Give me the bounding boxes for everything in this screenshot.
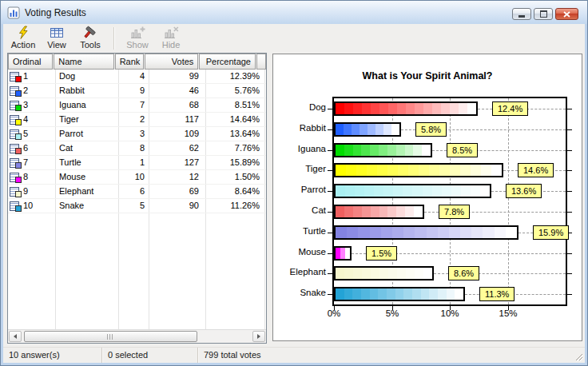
cell-percentage: 7.76% [205,141,264,155]
table-row[interactable]: 10Snake59011.26% [8,199,266,213]
maximize-icon [540,10,547,18]
status-selected: 0 selected [102,348,198,363]
bar-chart-icon [7,6,20,19]
table-row[interactable]: 9Elephant6698.64% [8,185,266,199]
cell-rank: 10 [118,170,149,184]
value-label-box: 11.3% [479,287,514,301]
table-row[interactable]: 3Iguana7688.51% [8,98,266,113]
show-button[interactable]: Show [121,24,154,52]
scroll-right-button[interactable] [252,331,265,342]
chart-bar [334,205,424,219]
cell-rank: 8 [118,141,149,155]
action-label: Action [11,40,36,50]
scroll-left-button[interactable] [9,331,22,342]
y-axis-tick [328,233,332,233]
chart-add-icon [129,26,145,40]
y-axis-tick-right [567,129,572,130]
window-title: Voting Results [25,7,86,18]
column-header-ordinal[interactable]: Ordinal [8,54,53,70]
cell-rank: 6 [118,185,149,198]
view-button[interactable]: View [40,24,74,52]
app-window: Voting Results Action [0,0,588,366]
category-label: Parrot [273,185,326,194]
table-row[interactable]: 8Mouse10121.50% [8,170,266,185]
ordinal-value: 10 [23,199,33,213]
y-axis-tick-right [567,273,572,274]
column-header-rank[interactable]: Rank [115,54,144,70]
cell-name: Elephant [55,185,118,198]
y-axis-tick [328,294,332,295]
answer-icon [10,157,22,169]
x-tick-label: 15% [491,308,526,318]
category-label: Tiger [273,164,326,173]
status-total-votes: 799 total votes [198,348,585,363]
horizontal-scrollbar[interactable] [8,329,266,343]
titlebar[interactable]: Voting Results [1,1,587,24]
column-header-percentage[interactable]: Percentage [199,54,256,70]
answer-color-swatch [15,162,22,169]
cell-rank: 7 [118,98,149,112]
answer-icon [10,86,22,97]
scroll-right-icon [257,334,260,339]
table-icon [50,26,64,40]
y-axis-tick [328,129,332,130]
scrollbar-thumb[interactable] [24,331,197,342]
category-label: Dog [273,102,326,112]
chart-bar [334,101,478,116]
y-axis-tick-right [567,191,572,192]
cell-rank: 9 [118,84,149,97]
cell-rank: 3 [118,127,149,141]
y-axis-tick-right [567,253,572,254]
cell-rank: 5 [118,199,149,213]
table-row[interactable]: 6Cat8627.76% [8,141,266,156]
chart-bar [334,143,432,157]
cell-ordinal: 9 [8,185,55,198]
y-axis-tick-right [567,212,572,213]
hammer-icon [83,26,97,40]
maximize-button[interactable] [534,8,553,20]
value-label-box: 14.6% [518,163,554,177]
y-axis-tick [328,273,332,274]
y-axis-tick-right [567,294,572,295]
value-label-box: 1.5% [366,246,397,261]
table-row[interactable]: 5Parrot310913.64% [8,127,266,141]
cell-votes: 109 [149,127,205,141]
x-tick-label: 0% [316,308,352,318]
chart-bar [334,287,465,301]
value-label-box: 8.5% [447,143,478,157]
ordinal-value: 6 [23,141,28,155]
close-button[interactable] [555,8,578,20]
hide-button[interactable]: Hide [154,24,188,52]
column-header-filler [256,54,266,70]
table-row[interactable]: 4Tiger211714.64% [8,113,266,127]
cell-ordinal: 7 [8,156,55,169]
table-body: 1Dog49912.39%2Rabbit9465.76%3Iguana7688.… [8,70,266,329]
resize-grip[interactable] [574,352,584,362]
answer-color-swatch [15,148,22,154]
tools-button[interactable]: Tools [74,24,107,52]
scroll-left-icon [14,334,17,339]
column-header-votes[interactable]: Votes [145,54,199,70]
cell-votes: 127 [149,156,205,169]
ordinal-value: 5 [23,127,28,141]
cell-votes: 117 [149,113,205,126]
table-header: Ordinal Name Rank Votes Percentage [8,54,266,70]
cell-ordinal: 4 [8,113,55,126]
client-area: Action View [3,24,585,363]
minimize-button[interactable] [512,8,531,20]
table-row[interactable]: 1Dog49912.39% [8,70,266,84]
table-row[interactable]: 7Turtle112715.89% [8,156,266,170]
cell-rank: 4 [118,70,149,83]
cell-votes: 12 [149,170,205,184]
answer-color-swatch [15,205,22,212]
answer-color-swatch [15,76,22,82]
column-header-name[interactable]: Name [54,54,113,70]
chart-bar [334,184,491,198]
table-row[interactable]: 2Rabbit9465.76% [8,84,266,98]
cell-name: Iguana [55,98,118,112]
value-label-box: 13.6% [506,184,542,198]
cell-ordinal: 5 [8,127,55,141]
cell-votes: 69 [149,185,205,198]
action-button[interactable]: Action [6,24,40,52]
cell-votes: 90 [149,199,205,213]
